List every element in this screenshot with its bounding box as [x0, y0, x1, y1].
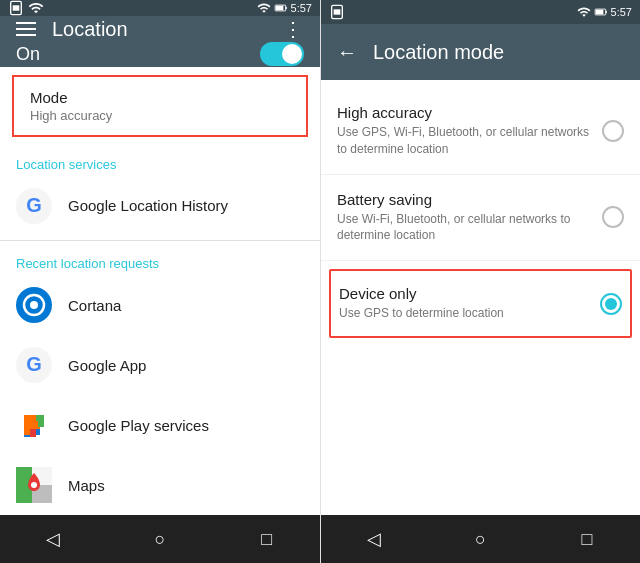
wifi-icon	[28, 0, 44, 16]
cortana-svg	[16, 287, 52, 323]
google-app-svg: G	[16, 347, 52, 383]
home-circle: ○	[155, 529, 166, 550]
maps-label: Maps	[68, 477, 105, 494]
right-status-left	[329, 4, 345, 20]
back-arrow-icon[interactable]: ←	[337, 41, 357, 64]
more-vert-icon[interactable]: ⋮	[283, 17, 304, 41]
svg-rect-1	[13, 5, 20, 10]
left-panel: 5:57 Location ⋮ On Mode High accuracy Lo…	[0, 0, 320, 563]
left-time: 5:57	[291, 2, 312, 14]
left-status-bar: 5:57	[0, 0, 320, 16]
svg-point-21	[31, 482, 37, 488]
high-accuracy-radio[interactable]	[602, 120, 624, 142]
maps-svg	[16, 467, 52, 503]
right-back-arrow: ◁	[367, 528, 381, 550]
sim-icon	[8, 0, 24, 16]
maps-icon	[16, 467, 52, 503]
right-recent-btn[interactable]: □	[563, 515, 611, 563]
right-battery-icon	[594, 5, 608, 19]
recent-requests-header: Recent location requests	[0, 244, 320, 275]
right-app-title: Location mode	[373, 41, 624, 64]
cortana-item[interactable]: Cortana	[0, 275, 320, 335]
left-back-btn[interactable]: ◁	[29, 515, 77, 563]
high-accuracy-desc: Use GPS, Wi-Fi, Bluetooth, or cellular n…	[337, 124, 590, 158]
svg-rect-4	[275, 6, 283, 11]
left-recent-btn[interactable]: □	[243, 515, 291, 563]
signal-icon	[257, 1, 271, 15]
svg-rect-25	[605, 11, 606, 13]
left-home-btn[interactable]: ○	[136, 515, 184, 563]
play-services-label: Google Play services	[68, 417, 209, 434]
left-bottom-nav: ◁ ○ □	[0, 515, 320, 563]
battery-saving-option[interactable]: Battery saving Use Wi-Fi, Bluetooth, or …	[321, 175, 640, 262]
battery-saving-desc: Use Wi-Fi, Bluetooth, or cellular networ…	[337, 211, 590, 245]
right-signal-icon	[577, 5, 591, 19]
play-services-svg	[16, 407, 52, 443]
battery-saving-title: Battery saving	[337, 191, 590, 208]
left-app-title: Location	[52, 18, 283, 41]
location-services-header: Location services	[0, 145, 320, 176]
google-location-label: Google Location History	[68, 197, 228, 214]
device-only-radio[interactable]	[600, 293, 622, 315]
svg-rect-3	[285, 7, 286, 9]
google-location-icon: G	[16, 188, 52, 224]
hamburger-icon[interactable]	[16, 22, 36, 36]
status-bar-right: 5:57	[257, 1, 312, 15]
right-sim-icon	[329, 4, 345, 20]
play-services-icon	[16, 407, 52, 443]
google-app-item[interactable]: G Google App	[0, 335, 320, 395]
maps-item[interactable]: Maps	[0, 455, 320, 515]
right-recent-square: □	[581, 529, 592, 550]
google-g-svg: G	[16, 188, 52, 224]
battery-saving-text: Battery saving Use Wi-Fi, Bluetooth, or …	[337, 191, 590, 245]
recent-square: □	[261, 529, 272, 550]
right-home-btn[interactable]: ○	[456, 515, 504, 563]
mode-subtitle: High accuracy	[30, 108, 290, 123]
svg-text:G: G	[26, 194, 42, 216]
svg-point-9	[30, 301, 38, 309]
high-accuracy-option[interactable]: High accuracy Use GPS, Wi-Fi, Bluetooth,…	[321, 88, 640, 175]
toggle-label: On	[16, 44, 40, 65]
left-app-bar: Location ⋮	[0, 16, 320, 42]
svg-text:G: G	[26, 353, 42, 375]
right-status-right: 5:57	[577, 5, 632, 19]
location-toggle[interactable]	[260, 42, 304, 66]
google-location-history-item[interactable]: G Google Location History	[0, 176, 320, 236]
device-only-option[interactable]: Device only Use GPS to determine locatio…	[331, 271, 630, 336]
mode-title: Mode	[30, 89, 290, 106]
play-services-item[interactable]: Google Play services	[0, 395, 320, 455]
cortana-icon	[16, 287, 52, 323]
right-home-circle: ○	[475, 529, 486, 550]
svg-rect-23	[334, 9, 341, 14]
status-bar-left	[8, 0, 44, 16]
google-app-icon: G	[16, 347, 52, 383]
battery-icon	[274, 1, 288, 15]
right-time: 5:57	[611, 6, 632, 18]
right-status-bar: 5:57	[321, 0, 640, 24]
svg-rect-26	[595, 10, 603, 15]
right-bottom-nav: ◁ ○ □	[321, 515, 640, 563]
cortana-label: Cortana	[68, 297, 121, 314]
right-panel: 5:57 ← Location mode High accuracy Use G…	[320, 0, 640, 563]
device-only-title: Device only	[339, 285, 588, 302]
high-accuracy-title: High accuracy	[337, 104, 590, 121]
google-app-label: Google App	[68, 357, 146, 374]
back-arrow: ◁	[46, 528, 60, 550]
right-app-bar: ← Location mode	[321, 24, 640, 80]
mode-section[interactable]: Mode High accuracy	[12, 75, 308, 137]
svg-marker-16	[30, 429, 36, 437]
high-accuracy-text: High accuracy Use GPS, Wi-Fi, Bluetooth,…	[337, 104, 590, 158]
right-back-btn[interactable]: ◁	[350, 515, 398, 563]
device-only-desc: Use GPS to determine location	[339, 305, 588, 322]
device-only-text: Device only Use GPS to determine locatio…	[339, 285, 588, 322]
location-toggle-row: On	[0, 42, 320, 66]
battery-saving-radio[interactable]	[602, 206, 624, 228]
